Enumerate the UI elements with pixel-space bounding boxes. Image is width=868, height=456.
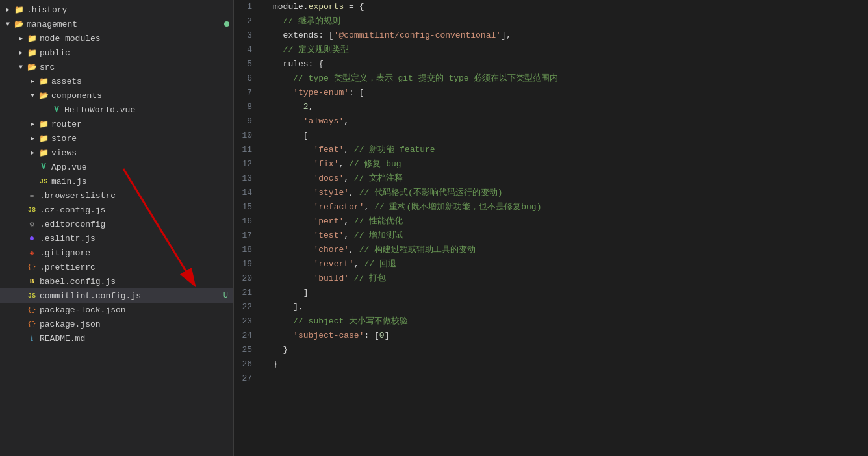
sidebar-item-label: commitlint.config.js bbox=[38, 291, 223, 301]
file-explorer: ▶ 📁 .history ▼ 📂 management ▶ 📁 node_mod… bbox=[0, 0, 234, 456]
sidebar-item-package-json[interactable]: {} package.json bbox=[0, 317, 233, 331]
git-icon: ◈ bbox=[26, 248, 38, 258]
code-line-7: 'type-enum': [ bbox=[273, 86, 868, 100]
sidebar-item-label: .browserslistrc bbox=[38, 191, 233, 201]
folder-icon: 📁 bbox=[26, 48, 38, 58]
sidebar-item-label: README.md bbox=[38, 334, 233, 344]
arrow-icon: ▶ bbox=[27, 120, 38, 128]
code-line-9: 'always', bbox=[273, 114, 868, 129]
vue-icon: V bbox=[38, 162, 49, 171]
sidebar-item-store[interactable]: ▶ 📁 store bbox=[0, 131, 233, 146]
code-line-1: module.exports = { bbox=[273, 0, 868, 14]
vue-icon: V bbox=[51, 105, 62, 114]
arrow-icon: ▼ bbox=[16, 64, 26, 71]
folder-icon: 📁 bbox=[26, 34, 38, 44]
sidebar-item-label: public bbox=[38, 48, 233, 58]
sidebar-item-gitignore[interactable]: ◈ .gitignore bbox=[0, 246, 233, 260]
file-icon: ≡ bbox=[26, 192, 38, 199]
arrow-icon: ▼ bbox=[27, 92, 38, 99]
code-line-26: } bbox=[273, 357, 868, 372]
code-line-21: ] bbox=[273, 286, 868, 300]
code-line-20: 'build' // 打包 bbox=[273, 272, 868, 286]
sidebar-item-management[interactable]: ▼ 📂 management bbox=[0, 17, 233, 31]
code-line-23: // subject 大小写不做校验 bbox=[273, 314, 868, 329]
arrow-icon: ▶ bbox=[27, 77, 38, 85]
folder-icon: 📁 bbox=[38, 120, 49, 129]
folder-icon: 📁 bbox=[38, 134, 49, 144]
code-line-5: rules: { bbox=[273, 57, 868, 71]
sidebar-item-history[interactable]: ▶ 📁 .history bbox=[0, 3, 233, 17]
code-line-17: 'test', // 增加测试 bbox=[273, 229, 868, 243]
sidebar-item-label: .cz-config.js bbox=[38, 205, 233, 215]
code-line-3: extends: ['@commitlint/config-convention… bbox=[273, 29, 868, 43]
sidebar-item-commitlint-config[interactable]: JS commitlint.config.js U bbox=[0, 288, 233, 303]
sidebar-item-cz-config[interactable]: JS .cz-config.js bbox=[0, 203, 233, 217]
code-line-19: 'revert', // 回退 bbox=[273, 257, 868, 272]
code-line-27 bbox=[273, 372, 868, 386]
code-line-16: 'perf', // 性能优化 bbox=[273, 214, 868, 229]
js-icon: JS bbox=[26, 292, 38, 299]
code-line-14: 'style', // 代码格式(不影响代码运行的变动) bbox=[273, 186, 868, 200]
sidebar-item-label: App.vue bbox=[49, 162, 233, 172]
sidebar-item-label: assets bbox=[49, 77, 233, 86]
sidebar-item-eslintrc[interactable]: ● .eslintr.js bbox=[0, 231, 233, 246]
code-line-15: 'refactor', // 重构(既不增加新功能，也不是修复bug) bbox=[273, 200, 868, 214]
code-line-6: // type 类型定义，表示 git 提交的 type 必须在以下类型范围内 bbox=[273, 71, 868, 86]
sidebar-item-editorconfig[interactable]: ⚙ .editorconfig bbox=[0, 217, 233, 231]
code-line-12: 'fix', // 修复 bug bbox=[273, 157, 868, 171]
modified-dot bbox=[224, 21, 229, 27]
sidebar-item-node-modules[interactable]: ▶ 📁 node_modules bbox=[0, 31, 233, 45]
sidebar-item-public[interactable]: ▶ 📁 public bbox=[0, 45, 233, 60]
code-line-10: [ bbox=[273, 129, 868, 143]
code-content: module.exports = { // 继承的规则 extends: ['@… bbox=[265, 0, 868, 456]
sidebar-item-readme[interactable]: ℹ README.md bbox=[0, 331, 233, 346]
sidebar-item-router[interactable]: ▶ 📁 router bbox=[0, 117, 233, 131]
sidebar-item-label: .eslintr.js bbox=[38, 234, 233, 244]
arrow-icon: ▶ bbox=[3, 6, 13, 14]
folder-icon: 📂 bbox=[13, 19, 25, 29]
sidebar-item-babel-config[interactable]: B babel.config.js bbox=[0, 274, 233, 288]
sidebar-item-helloworld[interactable]: V HelloWorld.vue bbox=[0, 103, 233, 117]
folder-icon: 📁 bbox=[13, 5, 25, 15]
code-line-18: 'chore', // 构建过程或辅助工具的变动 bbox=[273, 243, 868, 257]
sidebar-item-label: package.json bbox=[38, 320, 233, 329]
sidebar-item-label: main.js bbox=[49, 177, 233, 186]
sidebar-item-app-vue[interactable]: V App.vue bbox=[0, 160, 233, 174]
sidebar-item-package-lock[interactable]: {} package-lock.json bbox=[0, 303, 233, 317]
md-icon: ℹ bbox=[26, 335, 38, 343]
sidebar-item-label: router bbox=[49, 120, 233, 129]
sidebar-item-components[interactable]: ▼ 📂 components bbox=[0, 88, 233, 103]
sidebar-item-browserslistrc[interactable]: ≡ .browserslistrc bbox=[0, 188, 233, 203]
folder-icon: 📂 bbox=[26, 62, 38, 72]
folder-icon: 📁 bbox=[38, 148, 49, 158]
code-line-25: } bbox=[273, 343, 868, 357]
code-line-2: // 继承的规则 bbox=[273, 14, 868, 29]
sidebar-item-views[interactable]: ▶ 📁 views bbox=[0, 146, 233, 160]
sidebar-item-prettierrc[interactable]: {} .prettierrc bbox=[0, 260, 233, 274]
sidebar-item-label: HelloWorld.vue bbox=[62, 105, 233, 115]
gear-icon: ⚙ bbox=[26, 220, 38, 229]
arrow-icon: ▶ bbox=[27, 149, 38, 157]
arrow-icon: ▼ bbox=[3, 21, 13, 28]
arrow-icon: ▶ bbox=[16, 49, 26, 57]
code-line-24: 'subject-case': [0] bbox=[273, 329, 868, 343]
sidebar-item-label: src bbox=[38, 62, 233, 72]
modified-badge: U bbox=[223, 291, 228, 300]
folder-icon: 📂 bbox=[38, 91, 49, 101]
sidebar-item-label: .gitignore bbox=[38, 248, 233, 258]
json-icon: {} bbox=[26, 306, 38, 314]
sidebar-item-label: .editorconfig bbox=[38, 220, 233, 229]
folder-icon: 📁 bbox=[38, 77, 49, 86]
code-line-22: ], bbox=[273, 300, 868, 314]
sidebar-item-label: views bbox=[49, 148, 233, 158]
sidebar-item-src[interactable]: ▼ 📂 src bbox=[0, 60, 233, 74]
sidebar-item-assets[interactable]: ▶ 📁 assets bbox=[0, 74, 233, 88]
sidebar-item-main-js[interactable]: JS main.js bbox=[0, 174, 233, 188]
arrow-icon: ▶ bbox=[16, 34, 26, 42]
sidebar-item-label: node_modules bbox=[38, 34, 233, 44]
sidebar-item-label: management bbox=[25, 19, 224, 29]
json-icon: {} bbox=[26, 320, 38, 328]
sidebar-item-label: .history bbox=[25, 5, 233, 15]
code-line-8: 2, bbox=[273, 100, 868, 114]
sidebar-item-label: .prettierrc bbox=[38, 262, 233, 272]
